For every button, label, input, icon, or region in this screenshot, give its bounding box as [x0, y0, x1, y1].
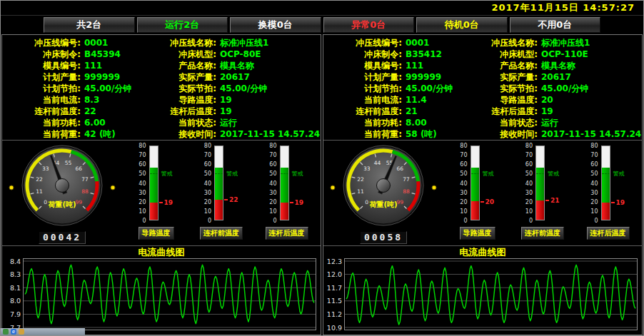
gauge-tick-label: 77	[81, 176, 89, 183]
thermometer-body: 80706050403020100警戒19	[256, 144, 318, 224]
info-label: 冲床制令:	[323, 49, 402, 61]
thermometer-tube	[535, 146, 545, 220]
start-icon[interactable]	[3, 329, 9, 335]
thermometer-scale-value: 0	[446, 218, 468, 224]
thermometer: 80706050403020100警戒21连杆前温度	[511, 144, 574, 245]
chart-plot	[23, 258, 316, 330]
info-row: 实际产量:20617	[476, 71, 642, 83]
gauge-tick-label: 0	[44, 199, 47, 205]
status-item-4[interactable]: 异常0台	[323, 17, 415, 33]
info-label: 冲床机型:	[155, 49, 216, 61]
status-item-5[interactable]: 待机0台	[416, 17, 508, 33]
thermometer-scale-value: 70	[125, 152, 146, 158]
info-row: 导路温度:20	[476, 94, 642, 106]
thermometer-body: 80706050403020100警戒19	[577, 144, 640, 224]
info-label: 当前状态:	[476, 117, 538, 129]
info-value: 模具名称	[220, 60, 254, 72]
info-label: 当前电流:	[323, 94, 402, 106]
thermometer-scale-value: 30	[125, 190, 146, 196]
y-axis-label: 12.0	[327, 270, 342, 278]
thermometer-scale-value: 10	[256, 208, 277, 215]
thermometer: 80706050403020100警戒19连杆后温度	[577, 144, 640, 245]
info-label: 实际产量:	[476, 71, 538, 83]
thermometer-scale-value: 70	[511, 152, 533, 158]
thermometer-value: 21	[550, 197, 560, 204]
y-axis-label: 11.2	[327, 310, 342, 318]
thermometer-name: 导路温度	[460, 227, 495, 240]
info-column-left: 冲压线编号:0001冲床制令:B45394模具编号:111计划产量:999999…	[2, 37, 155, 140]
gauge-svg: 0112233445566778899荷重(吨)	[5, 141, 119, 230]
info-value: 2017-11-15 14.57.24	[220, 129, 320, 139]
info-value: 19	[220, 95, 232, 105]
status-item-3[interactable]: 换模0台	[230, 17, 321, 33]
thermometer-scale-value: 40	[446, 180, 468, 187]
info-value: 8.3	[84, 95, 99, 105]
info-value: OCP-80E	[220, 49, 261, 59]
info-value: 运行	[541, 117, 558, 129]
info-label: 产品名称:	[476, 60, 538, 72]
info-row: 当前荷重:42 (吨)	[2, 128, 155, 140]
y-axis-label: 10.9	[327, 324, 342, 332]
info-label: 当前状态:	[155, 117, 216, 129]
status-item-2[interactable]: 运行2台	[137, 17, 228, 33]
thermometer-name: 连杆前温度	[200, 227, 243, 240]
y-axis-label: 12.3	[327, 258, 342, 265]
thermometer-scale-value: 50	[190, 170, 211, 177]
info-row: 连杆后温度:19	[155, 106, 321, 117]
browser-icon[interactable]: e	[11, 329, 16, 335]
thermometer-scale-value: 40	[511, 180, 533, 187]
info-row: 产品名称:模具名称	[476, 60, 642, 71]
value-marker	[159, 202, 163, 203]
warning-threshold-line	[471, 173, 479, 174]
taskbar-fragment: e	[1, 328, 85, 335]
thermometer-value-fill	[602, 203, 610, 220]
waveform-svg	[24, 259, 316, 330]
info-row: 冲床制令:B35412	[323, 49, 476, 60]
info-row: 当前电流:8.3	[2, 94, 155, 106]
machine-panel-1: 冲压线编号:0001冲床制令:B45394模具编号:111计划产量:999999…	[1, 34, 321, 335]
info-value: 45.00/分钟	[406, 83, 453, 95]
current-waveform	[346, 265, 635, 325]
info-row: 模具编号:111	[2, 60, 155, 71]
thermometer-scale-value: 80	[256, 143, 277, 149]
info-value: 标准冲压线1	[541, 37, 590, 49]
info-row: 冲床制令:B45394	[2, 49, 155, 60]
gauge-title: 荷重(吨)	[368, 200, 397, 208]
info-label: 模具编号:	[2, 60, 81, 72]
info-label: 当前荷重:	[323, 128, 402, 141]
thermometer-scale-value: 0	[125, 218, 146, 224]
thermometer-scale-value: 80	[190, 143, 211, 149]
thermometer-scale-value: 20	[125, 199, 146, 205]
info-row: 实际产量:20617	[155, 71, 321, 83]
info-value: 45.00/分钟	[541, 83, 588, 95]
status-item-1[interactable]: 共2台	[44, 17, 135, 33]
thermometer-value-fill	[536, 200, 544, 220]
info-value: 20	[541, 95, 553, 105]
thermometer-scale-value: 60	[256, 161, 277, 168]
info-value: 0001	[406, 38, 429, 48]
thermometer-scale-value: 70	[446, 152, 468, 158]
thermometer-scale-value: 40	[256, 180, 277, 187]
info-value: 19	[541, 106, 553, 116]
thermometer-scale-value: 80	[511, 143, 533, 149]
info-label: 模具编号:	[323, 60, 402, 72]
chart-plot	[344, 258, 638, 330]
info-row: 模具编号:111	[323, 60, 476, 71]
thermometer-scale-value: 40	[190, 180, 211, 187]
indicator-led-left-icon	[331, 185, 335, 190]
y-axis-label: 11.7	[327, 284, 342, 292]
folder-icon[interactable]	[19, 329, 24, 335]
y-axis-label: 11.5	[327, 297, 342, 305]
info-value: 20617	[541, 72, 571, 82]
info-label: 当前功耗:	[2, 117, 81, 129]
status-item-6[interactable]: 不用0台	[510, 17, 601, 33]
info-label: 连杆前温度:	[2, 106, 81, 118]
y-axis-label: 8.1	[10, 284, 21, 292]
thermometer-scale-value: 30	[190, 190, 211, 196]
info-label: 冲压线名称:	[476, 37, 538, 49]
warning-label: 警戒	[548, 170, 559, 178]
warning-threshold-line	[215, 173, 223, 174]
thermometer-tube	[601, 146, 610, 220]
info-value: 0001	[84, 38, 108, 48]
chart-y-axis: 12.312.011.711.511.210.9	[325, 258, 344, 330]
